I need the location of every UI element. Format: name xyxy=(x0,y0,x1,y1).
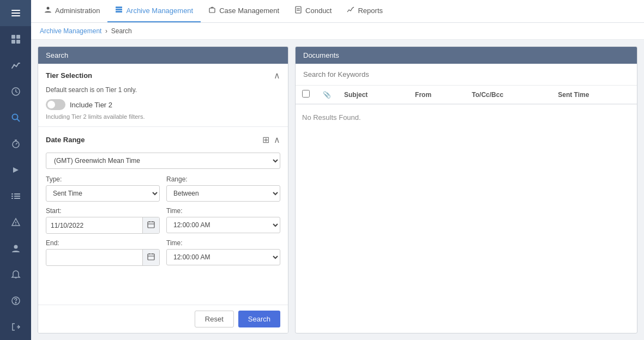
breadcrumb: Archive Management › Search xyxy=(31,23,644,40)
svg-rect-5 xyxy=(11,40,15,44)
svg-rect-2 xyxy=(11,15,20,16)
select-all-checkbox[interactable] xyxy=(302,90,310,98)
end-time-label: Time: xyxy=(166,239,280,247)
start-date-input[interactable] xyxy=(46,218,142,233)
admin-icon xyxy=(44,6,52,15)
col-to-cc-bcc: To/Cc/Bcc xyxy=(465,86,551,104)
breadcrumb-parent[interactable]: Archive Management xyxy=(40,27,101,35)
nav-administration[interactable]: Administration xyxy=(37,0,107,22)
history-icon[interactable] xyxy=(0,78,31,105)
end-label: End: xyxy=(46,239,160,247)
svg-rect-16 xyxy=(14,193,20,195)
forward-icon[interactable] xyxy=(0,157,31,183)
search-panel-body: Tier Selection ∧ Default search is on Ti… xyxy=(38,64,288,305)
start-calendar-button[interactable] xyxy=(142,217,159,233)
dashboard-icon[interactable] xyxy=(0,26,31,52)
breadcrumb-current: Search xyxy=(111,27,132,35)
help-icon[interactable] xyxy=(0,288,31,314)
logout-icon[interactable] xyxy=(0,314,31,340)
start-time-select[interactable]: 12:00:00 AM 1:00:00 AM 6:00:00 AM 12:00:… xyxy=(166,217,280,233)
bell-icon[interactable] xyxy=(0,262,31,288)
documents-panel: Documents 📎 Subject From T xyxy=(295,46,637,333)
list-icon[interactable] xyxy=(0,183,31,209)
type-select[interactable]: Sent Time Received Time Created Time xyxy=(46,185,160,202)
svg-rect-33 xyxy=(296,7,301,13)
svg-rect-29 xyxy=(116,7,122,8)
documents-table: 📎 Subject From To/Cc/Bcc Sent Time No Re… xyxy=(296,86,637,130)
search-panel: Search Tier Selection ∧ Default search i… xyxy=(38,46,288,333)
svg-line-10 xyxy=(17,119,20,122)
col-subject: Subject xyxy=(338,86,408,104)
timer-icon[interactable] xyxy=(0,131,31,157)
start-date-input-row xyxy=(46,217,160,234)
range-col: Range: Between Before After On xyxy=(166,175,280,202)
person-icon[interactable] xyxy=(0,235,31,262)
svg-line-14 xyxy=(16,143,17,144)
menu-icon[interactable] xyxy=(0,0,31,26)
svg-rect-0 xyxy=(11,10,20,11)
svg-point-26 xyxy=(15,302,16,303)
nav-conduct-label: Conduct xyxy=(305,7,332,15)
nav-conduct[interactable]: Conduct xyxy=(287,0,339,22)
svg-point-28 xyxy=(47,7,50,10)
range-label: Range: xyxy=(166,175,280,183)
end-row: End: xyxy=(46,239,280,266)
start-row: Start: xyxy=(46,207,280,234)
include-tier2-row: Include Tier 2 xyxy=(46,99,280,110)
nav-reports-label: Reports xyxy=(358,7,383,15)
sidebar xyxy=(0,0,31,340)
nav-archive-management[interactable]: Archive Management xyxy=(107,0,201,22)
keyword-search-container xyxy=(296,64,637,86)
type-col: Type: Sent Time Received Time Created Ti… xyxy=(46,175,160,202)
start-time-col: Time: 12:00:00 AM 1:00:00 AM 6:00:00 AM … xyxy=(166,207,280,234)
search-panel-header: Search xyxy=(38,47,288,64)
keyword-search-input[interactable] xyxy=(303,70,629,78)
timezone-select[interactable]: (GMT) Greenwich Mean Time xyxy=(46,153,280,169)
svg-rect-32 xyxy=(209,8,215,13)
type-range-row: Type: Sent Time Received Time Created Ti… xyxy=(46,175,280,202)
nav-case-management[interactable]: Case Management xyxy=(201,0,287,22)
end-date-input[interactable] xyxy=(46,251,142,265)
tier2-label: Include Tier 2 xyxy=(70,101,112,109)
nav-administration-label: Administration xyxy=(55,7,100,15)
table-header-row: 📎 Subject From To/Cc/Bcc Sent Time xyxy=(296,86,637,104)
nav-reports[interactable]: Reports xyxy=(339,0,390,22)
date-section-header: Date Range ⊞ ∧ xyxy=(46,133,280,146)
date-collapse-button[interactable]: ∧ xyxy=(274,135,280,145)
end-time-select[interactable]: 12:00:00 AM 1:00:00 AM 6:00:00 AM 12:00:… xyxy=(166,249,280,265)
archive-icon xyxy=(115,6,123,15)
search-icon[interactable] xyxy=(0,105,31,131)
case-icon xyxy=(208,6,216,15)
alert-icon[interactable] xyxy=(0,209,31,235)
svg-rect-30 xyxy=(116,9,122,10)
svg-rect-17 xyxy=(11,196,13,197)
toggle-slider xyxy=(46,99,65,110)
date-section-actions: ⊞ ∧ xyxy=(261,133,280,146)
start-col: Start: xyxy=(46,207,160,234)
tier-section-header: Tier Selection ∧ xyxy=(46,70,280,81)
page-body: Search Tier Selection ∧ Default search i… xyxy=(31,40,644,340)
svg-rect-4 xyxy=(16,35,20,39)
tier2-toggle[interactable] xyxy=(46,99,65,110)
date-range-section: Date Range ⊞ ∧ (GMT) Greenwich Mean Time… xyxy=(38,127,288,278)
svg-rect-19 xyxy=(11,198,13,199)
tier-description: Default search is on Tier 1 only. xyxy=(46,86,280,94)
tier-collapse-button[interactable]: ∧ xyxy=(274,70,280,81)
col-attachment: 📎 xyxy=(316,86,338,104)
range-select[interactable]: Between Before After On xyxy=(166,185,280,202)
metrics-icon[interactable] xyxy=(0,52,31,78)
top-nav: Administration Archive Management Case M… xyxy=(31,0,644,23)
documents-panel-header: Documents xyxy=(296,47,637,64)
reports-icon xyxy=(347,6,354,15)
reset-button[interactable]: Reset xyxy=(195,311,234,327)
svg-rect-1 xyxy=(11,13,20,14)
start-label: Start: xyxy=(46,207,160,215)
date-expand-button[interactable]: ⊞ xyxy=(261,133,270,146)
end-calendar-button[interactable] xyxy=(142,250,159,265)
search-button[interactable]: Search xyxy=(238,311,280,327)
tier-selection-section: Tier Selection ∧ Default search is on Ti… xyxy=(38,64,288,127)
end-date-input-row xyxy=(46,249,160,266)
type-label: Type: xyxy=(46,175,160,183)
no-results-text: No Results Found. xyxy=(296,104,637,130)
svg-rect-18 xyxy=(14,196,20,197)
